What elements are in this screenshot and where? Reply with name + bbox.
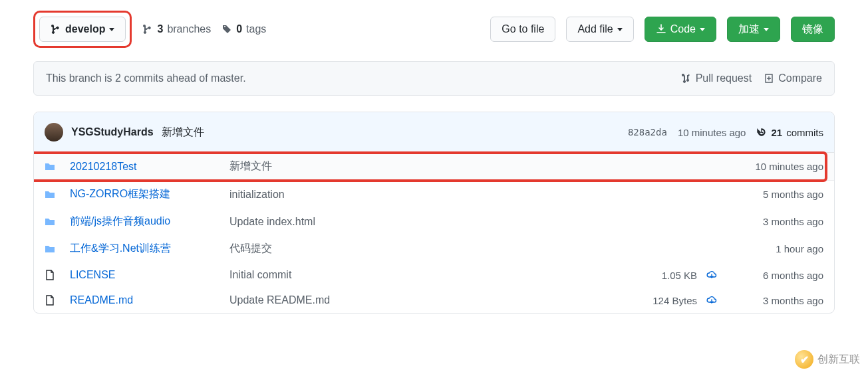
cloud-download-icon[interactable] — [706, 270, 717, 280]
file-name-link[interactable]: NG-ZORRO框架搭建 — [70, 187, 223, 201]
compare-icon — [764, 73, 774, 84]
file-icon — [45, 270, 55, 280]
file-time: 6 months ago — [724, 270, 823, 281]
file-time: 3 months ago — [724, 216, 823, 227]
download-icon — [656, 24, 666, 35]
caret-down-icon — [109, 28, 114, 31]
pull-request-icon — [681, 73, 692, 84]
mirror-button[interactable]: 镜像 — [791, 17, 835, 42]
file-listing: YSGStudyHards 新增文件 828a2da 10 minutes ag… — [33, 112, 835, 314]
file-size: 1.05 KB — [637, 270, 717, 281]
file-row: README.mdUpdate README.md124 Bytes3 mont… — [34, 288, 834, 313]
branch-info-text: This branch is 2 commits ahead of master… — [46, 72, 246, 84]
caret-down-icon — [700, 28, 705, 31]
add-file-button[interactable]: Add file — [566, 17, 633, 42]
file-name-link[interactable]: README.md — [70, 294, 223, 306]
file-name-link[interactable]: 20210218Test — [70, 161, 223, 173]
compare-link[interactable]: Compare — [764, 72, 822, 84]
file-row: LICENSEInitial commit1.05 KB6 months ago — [34, 262, 834, 288]
file-time: 1 hour ago — [724, 243, 823, 254]
tags-word: tags — [246, 23, 266, 35]
file-name-link[interactable]: 前端/js操作音频audio — [70, 215, 223, 229]
file-row: 前端/js操作音频audioUpdate index.html3 months … — [34, 208, 834, 235]
avatar[interactable] — [45, 123, 63, 141]
branch-info-bar: This branch is 2 commits ahead of master… — [33, 61, 835, 96]
repo-toolbar: develop 3 branches 0 tags Go to file Add… — [33, 11, 835, 48]
file-row: 工作&学习.Net训练营代码提交1 hour ago — [34, 235, 834, 262]
commit-sha[interactable]: 828a2da — [628, 127, 667, 138]
file-name-link[interactable]: 工作&学习.Net训练营 — [70, 242, 223, 256]
commit-message[interactable]: 新增文件 — [162, 126, 204, 140]
accelerate-button[interactable]: 加速 — [727, 17, 780, 42]
file-size: 124 Bytes — [637, 295, 717, 306]
tags-link[interactable]: 0 tags — [221, 23, 266, 35]
commit-time: 10 minutes ago — [678, 127, 746, 138]
file-time: 5 months ago — [724, 189, 823, 200]
branches-word: branches — [167, 23, 211, 35]
history-icon — [756, 127, 767, 138]
branches-link[interactable]: 3 branches — [142, 23, 211, 35]
tags-count: 0 — [236, 23, 242, 35]
commits-link[interactable]: 21 commits — [756, 127, 823, 138]
pull-request-link[interactable]: Pull request — [681, 72, 752, 84]
branch-name: develop — [65, 23, 105, 35]
file-icon — [45, 295, 55, 306]
caret-down-icon — [617, 28, 623, 31]
tag-icon — [221, 24, 232, 35]
commit-author[interactable]: YSGStudyHards — [71, 126, 154, 138]
file-commit-message[interactable]: initialization — [229, 189, 631, 201]
file-commit-message[interactable]: Initial commit — [229, 269, 631, 281]
go-to-file-button[interactable]: Go to file — [490, 17, 555, 42]
branch-button-highlight: develop — [33, 11, 132, 48]
folder-icon — [45, 244, 55, 254]
branch-select-button[interactable]: develop — [39, 17, 126, 42]
file-time: 3 months ago — [724, 295, 823, 306]
folder-icon — [45, 189, 55, 200]
file-time: 10 minutes ago — [724, 161, 823, 172]
code-button[interactable]: Code — [645, 17, 716, 42]
branch-icon — [142, 24, 153, 35]
file-commit-message[interactable]: Update README.md — [229, 294, 631, 306]
latest-commit-bar: YSGStudyHards 新增文件 828a2da 10 minutes ag… — [34, 112, 834, 153]
branches-count: 3 — [157, 23, 163, 35]
file-commit-message[interactable]: 代码提交 — [229, 242, 631, 256]
branch-icon — [51, 24, 61, 35]
caret-down-icon — [764, 28, 769, 31]
file-row: NG-ZORRO框架搭建initialization5 months ago — [34, 181, 834, 208]
file-name-link[interactable]: LICENSE — [70, 269, 223, 281]
cloud-download-icon[interactable] — [706, 295, 717, 306]
folder-icon — [45, 217, 55, 227]
file-commit-message[interactable]: 新增文件 — [229, 159, 631, 173]
file-commit-message[interactable]: Update index.html — [229, 216, 631, 228]
file-row: 20210218Test新增文件10 minutes ago — [34, 153, 834, 181]
folder-icon — [45, 161, 55, 172]
